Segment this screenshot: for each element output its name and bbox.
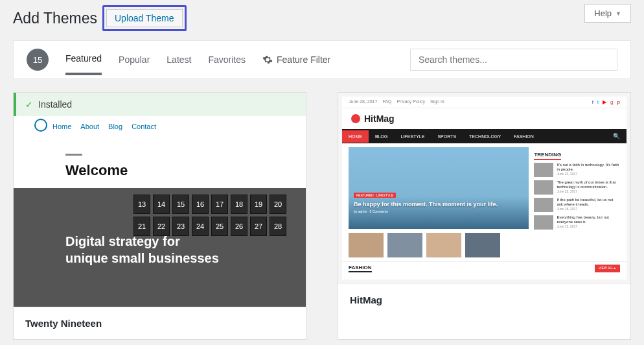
tab-featured[interactable]: Featured: [65, 53, 102, 75]
installed-banner: ✓ Installed: [14, 93, 306, 116]
theme-card-twenty-nineteen[interactable]: ✓ Installed Home About Blog Contact Welc…: [13, 92, 306, 340]
tab-latest[interactable]: Latest: [167, 54, 191, 74]
thumb: [426, 233, 461, 257]
upload-highlight: Upload Theme: [102, 5, 187, 31]
facebook-icon: f: [592, 99, 593, 105]
youtube-icon: ▶: [603, 99, 606, 105]
filter-tabs: Featured Popular Latest Favorites: [65, 53, 246, 66]
help-dropdown[interactable]: Help: [584, 4, 631, 23]
theme-card-hitmag[interactable]: June 28, 2017 FAQ Privacy Policy Sign In…: [338, 92, 631, 340]
thumb: [465, 233, 500, 257]
gear-icon: [262, 54, 273, 65]
preview-hero-text: Digital strategy for unique small busine…: [65, 233, 219, 267]
list-item: The great myth of our times is that tech…: [534, 180, 620, 195]
gplus-icon: g: [610, 99, 613, 105]
upload-theme-button[interactable]: Upload Theme: [106, 9, 183, 27]
search-icon: 🔍: [606, 129, 627, 143]
help-label: Help: [594, 8, 612, 18]
preview-sidebar: TRENDING It's not a faith in technology.…: [534, 147, 620, 257]
list-item: Everything has beauty, but not everyone …: [534, 215, 620, 230]
divider: [65, 154, 82, 156]
preview-thumbs: [349, 233, 529, 257]
theme-name: Twenty Nineteen: [14, 307, 306, 339]
theme-preview: June 28, 2017 FAQ Privacy Policy Sign In…: [338, 93, 630, 283]
theme-name: HitMag: [338, 283, 630, 316]
preview-hero: 13 14 15 16 17 18 19 20 21 22 23 24 25 2…: [14, 188, 306, 307]
calendar-row: 13 14 15 16 17 18 19 20: [133, 195, 286, 214]
search-input[interactable]: [410, 49, 617, 71]
list-item: If the path be beautiful, let us not ask…: [534, 198, 620, 212]
preview-heading: Welcome: [65, 162, 306, 179]
feature-filter-label: Feature Filter: [277, 54, 330, 65]
logo-icon: [351, 114, 360, 123]
theme-preview: Home About Blog Contact Welcome 13 14 15…: [14, 116, 306, 307]
preview-bottom: FASHION VIEW ALL ▸: [342, 261, 627, 275]
preview-hero: FEATURED · LIFESTYLE Be happy for this m…: [349, 147, 529, 229]
preview-logo: HitMag: [342, 108, 627, 129]
page-title: Add Themes: [13, 10, 97, 27]
thumb: [349, 233, 384, 257]
calendar-row: 21 22 23 24 25 26 27 28: [133, 217, 286, 236]
list-item: It's not a faith in technology. It's fai…: [534, 163, 620, 177]
preview-topbar: June 28, 2017 FAQ Privacy Policy Sign In…: [342, 97, 627, 108]
twitter-icon: t: [597, 99, 599, 105]
theme-count-badge: 15: [27, 49, 49, 71]
tab-popular[interactable]: Popular: [119, 54, 150, 74]
installed-label: Installed: [38, 99, 72, 110]
pinterest-icon: p: [617, 99, 620, 105]
preview-nav: HOME BLOG LIFESTYLE SPORTS TECHNOLOGY FA…: [342, 129, 627, 143]
tab-favorites[interactable]: Favorites: [208, 54, 246, 74]
preview-nav: Home About Blog Contact: [14, 120, 306, 134]
filter-bar: 15 Featured Popular Latest Favorites Fea…: [13, 40, 631, 79]
logo-placeholder-icon: [34, 119, 47, 132]
check-icon: ✓: [25, 99, 33, 110]
feature-filter-button[interactable]: Feature Filter: [262, 54, 330, 65]
thumb: [387, 233, 422, 257]
